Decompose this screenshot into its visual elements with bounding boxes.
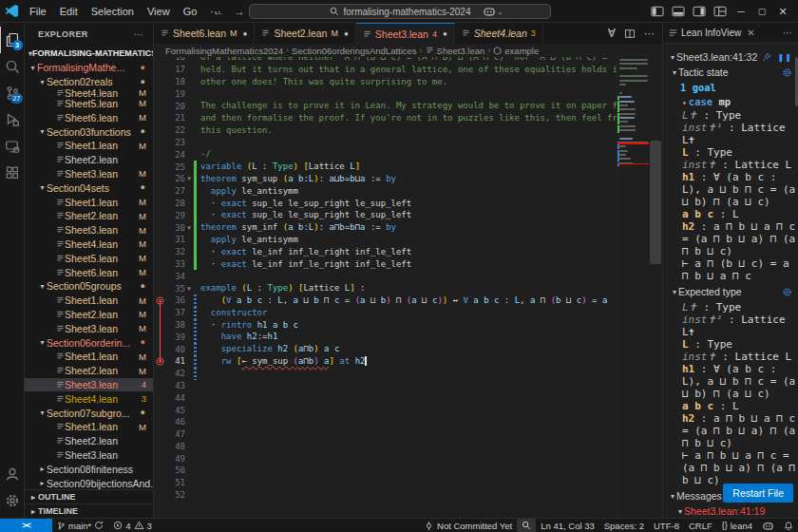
menu-selection[interactable]: Selection (85, 4, 141, 19)
notifications[interactable] (779, 519, 798, 532)
tree-file-sheet4lean[interactable]: Sheet4.lean3 (25, 391, 153, 406)
breadcrumb-item[interactable]: example (493, 46, 539, 56)
code-line[interactable]: 27 apply le_antisymm (154, 185, 617, 198)
tree-file-sheet3lean[interactable]: Sheet3.leanM (25, 223, 153, 238)
infoview-section-expected-type[interactable]: ▾Expected type (673, 286, 792, 297)
breadcrumb-item[interactable]: Section06orderingsAndLattices (292, 46, 417, 56)
code-line[interactable]: 35▾example (L : Type) [Lattice L] : (154, 282, 617, 294)
tree-file-sheet3lean[interactable]: Sheet3.leanM (25, 167, 153, 181)
code-line[interactable]: 46 (154, 416, 617, 428)
tree-folder-section07subgro[interactable]: ▾Section07subgro...● (25, 406, 153, 420)
activity-search[interactable] (0, 53, 25, 80)
tree-file-sheet2lean[interactable]: Sheet2.leanM (25, 308, 153, 322)
panel-more-actions-icon[interactable]: ⋯ (783, 28, 792, 38)
toggle-panel-icon[interactable] (669, 2, 688, 21)
activity-explorer[interactable]: 3 (0, 27, 25, 53)
breadcrumb-item[interactable]: Sheet3.lean (426, 46, 485, 56)
code-line[interactable]: 52 (154, 489, 617, 502)
code-line[interactable]: 23 (154, 137, 617, 149)
code-line[interactable]: 30▾theorem sym_inf (a b:L): a⊓b=b⊓a := b… (154, 221, 617, 234)
code-line[interactable]: 40 specialize h2 (a⊓b) a c (154, 343, 617, 355)
tree-file-sheet5lean[interactable]: Sheet5.leanM (25, 251, 153, 265)
toggle-secondary-sidebar-icon[interactable] (690, 2, 709, 21)
minimap[interactable] (617, 57, 649, 518)
code-line[interactable]: 17held. But it turns out that in a gener… (154, 64, 617, 76)
tree-file-sheet2lean[interactable]: Sheet2.lean (25, 434, 153, 448)
back-icon[interactable]: ← (213, 5, 224, 18)
close-icon[interactable]: ✕ (747, 28, 754, 38)
code-line[interactable]: 32 · exact le_inf inf_le_right inf_le_le… (154, 246, 617, 258)
tree-file-sheet6lean[interactable]: Sheet6.leanM (25, 265, 153, 279)
code-line[interactable]: 26▾theorem sym_sup (a b:L): a⊔b=b⊔a := b… (154, 173, 617, 185)
tree-folder-section05groups[interactable]: ▾Section05groups● (25, 279, 153, 294)
maximize-button[interactable]: ▢ (752, 2, 771, 21)
tab-sheet2-lean[interactable]: Sheet2.leanM● (255, 23, 355, 44)
lean-infoview-toggle-icon[interactable]: ∀ (608, 27, 616, 40)
infoview-section-tactic-state[interactable]: ▾Tactic state (673, 66, 792, 78)
tree-file-sheet2lean[interactable]: Sheet2.leanM (25, 209, 153, 223)
eol[interactable]: CRLF (684, 519, 717, 532)
code-line[interactable]: 44 (154, 391, 617, 404)
sidebar-panel-outline[interactable]: ▸OUTLINE (25, 489, 153, 504)
tree-file-sheet6lean[interactable]: Sheet6.leanM (25, 110, 153, 124)
activity-remote-explorer[interactable] (0, 133, 25, 160)
code-line[interactable]: 33 · exact le_inf inf_le_right inf_le_le… (154, 258, 617, 271)
code-line[interactable]: 39 have h2:=h1 (154, 331, 617, 343)
language-mode[interactable]: {}lean4 (717, 519, 757, 532)
menu-edit[interactable]: Edit (53, 4, 85, 19)
tree-file-sheet1lean[interactable]: Sheet1.leanM (25, 294, 153, 308)
code-line[interactable]: 34 (154, 270, 617, 282)
editor-scrollbar[interactable] (650, 141, 661, 264)
code-line[interactable]: 24-/ (154, 148, 617, 161)
indentation[interactable]: Spaces: 2 (599, 519, 649, 532)
infoview-position-header[interactable]: ▾Sheet3.lean:41:32❚❚ (671, 51, 792, 63)
code-line[interactable]: 49 (154, 452, 617, 465)
tree-folder-section04sets[interactable]: ▾Section04sets● (25, 180, 153, 195)
git-commit-status[interactable]: Not Committed Yet (419, 519, 517, 532)
split-editor-icon[interactable] (624, 28, 636, 39)
infoview-tab-label[interactable]: Lean InfoView (681, 28, 741, 38)
copilot-menu[interactable]: ⌄ (483, 6, 504, 17)
code-line[interactable]: 19 (154, 87, 617, 100)
code-editor[interactable]: 16of a lattice where neither A ⊓ (B ⊔ C)… (154, 57, 662, 518)
tree-file-sheet2lean[interactable]: Sheet2.lean (25, 153, 153, 167)
pause-icon[interactable]: ❚❚ (778, 53, 792, 62)
tree-folder-section02reals[interactable]: ▾Section02reals● (25, 75, 153, 89)
code-line[interactable]: 50 (154, 465, 617, 477)
activity-extensions[interactable] (0, 160, 25, 186)
code-line[interactable]: 20The challenge is to prove it in Lean. … (154, 100, 617, 112)
tree-file-sheet3lean[interactable]: Sheet3.lean (25, 448, 153, 463)
close-button[interactable]: ✕ (773, 2, 792, 21)
menu-go[interactable]: Go (177, 4, 204, 19)
problems-status[interactable]: 4 3 (108, 519, 157, 532)
explorer-more-actions-icon[interactable]: ··· (134, 29, 143, 39)
gear-icon[interactable] (782, 67, 792, 78)
code-line[interactable]: 43 (154, 380, 617, 392)
code-line[interactable]: 37 constructor (154, 307, 617, 319)
more-actions-icon[interactable]: ⋯ (644, 28, 655, 40)
tree-folder-section03functions[interactable]: ▾Section03functions● (25, 124, 153, 139)
remote-indicator[interactable]: >< (0, 519, 52, 532)
tree-file-sheet5lean[interactable]: Sheet5.leanM (25, 97, 153, 111)
tree-file-sheet1lean[interactable]: Sheet1.leanM (25, 139, 153, 153)
tree-file-sheet4lean[interactable]: Sheet4.leanM (25, 89, 153, 97)
code-line[interactable]: 31 apply le_antisymm (154, 234, 617, 246)
activity-run-debug[interactable] (0, 106, 25, 133)
code-line[interactable]: 25variable (L : Type) [Lattice L] (154, 161, 617, 173)
tree-file-sheet4lean[interactable]: Sheet4.leanM (25, 238, 153, 252)
tree-folder-section08finiteness[interactable]: ▸Section08finiteness (25, 462, 153, 476)
tree-folder-section06orderin[interactable]: ▾Section06orderin...● (25, 335, 153, 350)
minimize-button[interactable]: ─ (732, 2, 750, 21)
code-line[interactable]: 18other one does! This was quite surpris… (154, 76, 617, 88)
tab-sheet3-lean[interactable]: Sheet3.lean4● (356, 23, 455, 44)
breadcrumb-item[interactable]: FormalisingMathematics2024 (165, 46, 283, 56)
tree-file-sheet1lean[interactable]: Sheet1.leanM (25, 420, 153, 434)
activity-settings[interactable] (0, 487, 25, 514)
customize-layout-icon[interactable] (711, 2, 730, 21)
zoom-status[interactable] (517, 519, 536, 532)
code-line[interactable]: 29 · exact sup_le le_sup_right le_sup_le… (154, 209, 617, 221)
restart-file-button[interactable]: Restart File (723, 484, 793, 503)
code-line[interactable]: 16of a lattice where neither A ⊓ (B ⊔ C)… (154, 57, 617, 64)
tree-file-sheet3lean[interactable]: Sheet3.lean4 (25, 378, 153, 392)
encoding[interactable]: UTF-8 (649, 519, 684, 532)
